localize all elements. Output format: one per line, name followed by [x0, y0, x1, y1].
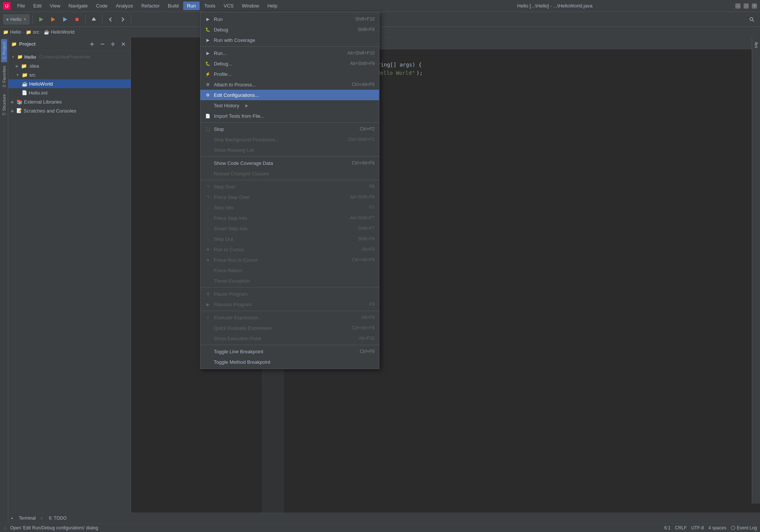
dd-pause: ⏸ Pause Program	[200, 289, 379, 299]
dd-force-run-cursor-shortcut: Ctrl+Alt+F9	[352, 257, 375, 262]
dd-profile-label: Profile...	[214, 71, 232, 77]
run-icon	[39, 17, 44, 22]
sidebar-tab-project[interactable]: 1: Project	[1, 39, 7, 62]
dd-stop-bg: Stop Background Processes... Ctrl+Shift+…	[200, 134, 379, 145]
menu-window[interactable]: Window	[238, 1, 263, 10]
bottom-tabs: ▪ Terminal ≡ 6: TODO	[8, 513, 760, 523]
event-log-button[interactable]: Event Log	[731, 525, 757, 531]
menu-navigate[interactable]: Navigate	[65, 1, 91, 10]
dd-coverage-data[interactable]: Show Code Coverage Data Ctrl+Alt+F6	[200, 158, 379, 168]
tree-external-libs[interactable]: ▶ 📚 External Libraries	[8, 97, 130, 106]
resume-icon: ▶	[205, 302, 211, 307]
run-config-selector[interactable]: ● Hello ▼	[3, 14, 30, 25]
dd-throw-exception-label: Throw Exception	[214, 278, 250, 284]
dd-stop-label: Stop	[214, 126, 224, 132]
forward-button[interactable]	[117, 14, 128, 25]
settings-button[interactable]	[109, 40, 117, 48]
root-path: C:\Users\&\IdeaProjects\Hel	[39, 55, 90, 59]
debug-button[interactable]	[48, 14, 58, 25]
collapse-all-button[interactable]	[98, 40, 107, 48]
dd-stop[interactable]: ⬛ Stop Ctrl+F2	[200, 124, 379, 134]
sidebar-tab-favorites[interactable]: 2: Favorites	[1, 63, 7, 90]
event-log-label: Event Log	[737, 525, 757, 531]
dd-profile[interactable]: ⚡ Profile...	[200, 69, 379, 79]
src-folder-icon: 📁	[26, 30, 31, 35]
scratches-label: Scratches and Consoles	[24, 108, 76, 114]
paren-close: );	[416, 70, 423, 76]
dd-test-history-arrow: ▶	[245, 103, 248, 108]
dd-debug[interactable]: 🐛 Debug Shift+F9	[200, 24, 379, 35]
tree-helloworld[interactable]: ☕ HelloWorld	[8, 79, 130, 88]
menu-code[interactable]: Code	[92, 1, 111, 10]
menu-refactor[interactable]: Refactor	[138, 1, 163, 10]
check-indicator: ✓	[754, 40, 759, 47]
menu-analyze[interactable]: Analyze	[112, 1, 137, 10]
breadcrumb-sep-1: ›	[23, 30, 24, 35]
dd-import-tests[interactable]: 📄 Import Tests from File...	[200, 111, 379, 121]
dd-step-over: ↷ Step Over F8	[200, 181, 379, 192]
svg-line-7	[753, 20, 754, 22]
tree-hello-iml[interactable]: 📄 Hello.iml	[8, 88, 130, 97]
dd-debug-config[interactable]: 🐛 Debug... Alt+Shift+F9	[200, 58, 379, 69]
dd-toggle-method-bp[interactable]: Toggle Method Breakpoint	[200, 357, 379, 367]
back-button[interactable]	[105, 14, 116, 25]
dd-toggle-line-bp[interactable]: Toggle Line Breakpoint Ctrl+F8	[200, 346, 379, 357]
tree-idea[interactable]: ▶ 📁 .idea	[8, 61, 130, 70]
search-everywhere-button[interactable]	[747, 14, 757, 25]
sidebar-tab-structure[interactable]: 7: Structure	[1, 91, 7, 119]
new-project-button[interactable]	[88, 40, 96, 48]
dd-quick-eval: Quick Evaluate Expression Ctrl+Alt+F8	[200, 323, 379, 333]
dd-show-running-label: Show Running List	[214, 147, 254, 153]
menu-file[interactable]: File	[13, 1, 29, 10]
minimize-button[interactable]: —	[735, 3, 741, 9]
dd-run-config[interactable]: ▶ Run... Alt+Shift+F10	[200, 48, 379, 58]
search-icon	[749, 17, 754, 22]
force-step-over-icon: ↷	[205, 195, 211, 200]
todo-tab[interactable]: 6: TODO	[45, 514, 71, 522]
root-label: Hello	[24, 54, 36, 60]
dd-run-coverage[interactable]: ▶ Run with Coverage	[200, 35, 379, 45]
menu-help[interactable]: Help	[264, 1, 281, 10]
dd-sep-5	[200, 287, 379, 287]
menu-tools[interactable]: Tools	[200, 1, 219, 10]
coverage-icon	[62, 17, 68, 22]
menu-edit[interactable]: Edit	[30, 1, 45, 10]
toolbar-right	[747, 14, 757, 25]
close-button[interactable]: ✕	[752, 3, 757, 9]
build-button[interactable]	[89, 14, 99, 25]
charset: UTF-8	[691, 525, 704, 531]
dd-debug-shortcut: Shift+F9	[358, 27, 375, 32]
hello-folder-icon: 📁	[3, 30, 9, 35]
dd-resume-label: Resume Program	[214, 302, 252, 307]
dd-smart-step-into: ↓ Smart Step Into Shift+F7	[200, 223, 379, 234]
idea-label: .idea	[28, 63, 39, 69]
dd-step-out-label: Step Out	[214, 236, 233, 242]
dd-step-over-shortcut: F8	[369, 184, 375, 189]
dd-attach[interactable]: ⚙ Attach to Process... Ctrl+Alt+F5	[200, 79, 379, 90]
dd-run-coverage-label: Run with Coverage	[214, 37, 255, 43]
terminal-tab[interactable]: Terminal	[15, 514, 39, 522]
run-button[interactable]	[36, 14, 46, 25]
pause-icon: ⏸	[205, 292, 211, 296]
dd-evaluate-shortcut: Alt+F8	[361, 315, 375, 320]
dd-run[interactable]: ▶ Run Shift+F10	[200, 14, 379, 24]
menu-build[interactable]: Build	[164, 1, 182, 10]
forward-icon	[120, 17, 125, 22]
tree-root[interactable]: ▼ 📁 Hello C:\Users\&\IdeaProjects\Hel	[8, 52, 130, 61]
maximize-button[interactable]: □	[744, 3, 749, 9]
menu-run[interactable]: Run	[183, 1, 200, 10]
dd-import-tests-label: Import Tests from File...	[214, 113, 265, 119]
breadcrumb-helloworld[interactable]: HelloWorld	[51, 29, 74, 35]
menu-view[interactable]: View	[46, 1, 64, 10]
stop-button[interactable]	[72, 14, 82, 25]
tree-scratches[interactable]: ▶ 📝 Scratches and Consoles	[8, 106, 130, 115]
breadcrumb-src[interactable]: src	[33, 29, 39, 35]
menu-vcs[interactable]: VCS	[220, 1, 237, 10]
breadcrumb-hello[interactable]: Hello	[10, 29, 21, 35]
hide-panel-button[interactable]	[119, 40, 127, 48]
coverage-button[interactable]	[60, 14, 70, 25]
dd-edit-configs[interactable]: ⚙ Edit Configurations...	[200, 90, 379, 100]
cursor-position: 6:1	[664, 525, 671, 531]
tree-src[interactable]: ▼ 📁 src	[8, 70, 130, 79]
dd-test-history[interactable]: Test History ▶	[200, 100, 379, 111]
